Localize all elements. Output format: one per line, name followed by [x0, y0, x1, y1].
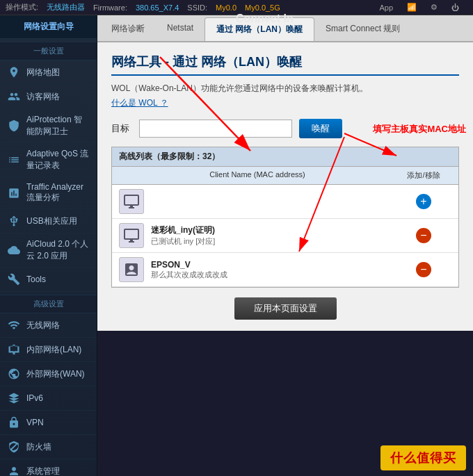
sidebar-item-adaptive-qos[interactable]: Adaptive QoS 流量记录表 [0, 143, 97, 177]
map-icon [7, 65, 21, 79]
tab-smart-connect[interactable]: Smart Connect 规则 [314, 17, 411, 41]
sidebar-item-firewall[interactable]: 防火墙 [0, 435, 97, 459]
sidebar-item-label: 外部网络(WAN) [26, 368, 85, 380]
general-section-header: 一般设置 [0, 42, 97, 60]
wakeup-button[interactable]: 唤醒 [299, 119, 342, 138]
sidebar-item-guest-network[interactable]: 访客网络 [0, 85, 97, 109]
device-name: 迷彩机_iny(证明) [151, 224, 396, 236]
wol-link[interactable]: 什么是 WOL ？ [111, 97, 168, 109]
sidebar-item-wireless[interactable]: 无线网络 [0, 313, 97, 338]
sidebar-item-label: 系统管理 [26, 466, 60, 477]
top-bar: 操作模式: 无线路由器 Firmware: 380.65_X7.4 SSID: … [0, 0, 473, 15]
app-label: App [379, 3, 393, 12]
table-row: 迷彩机_iny(证明) 已测试机 iny [对应] − [112, 219, 458, 253]
sidebar-item-label: USB相关应用 [26, 215, 77, 227]
sidebar-item-usb-apps[interactable]: USB相关应用 [0, 209, 97, 233]
sidebar-item-aicloud[interactable]: AiCloud 2.0 个人云 2.0 应用 [0, 233, 97, 268]
wifi-icon: 📶 [407, 3, 417, 12]
usb-icon [7, 214, 21, 228]
device-name: EPSON_V [151, 260, 396, 270]
tab-wol[interactable]: 通过 网络（LAN）唤醒 [205, 17, 314, 41]
table-header: 高线列表（最多限制：32） [112, 147, 458, 167]
vpn-icon [7, 416, 21, 429]
sidebar-item-label: 访客网络 [26, 91, 60, 103]
firmware-value: 380.65_X7.4 [136, 3, 179, 12]
firewall-icon [7, 440, 21, 454]
action-col: − [396, 228, 451, 243]
sidebar-item-label: AiCloud 2.0 个人云 2.0 应用 [26, 238, 90, 262]
admin-icon [7, 464, 21, 476]
tools-icon [7, 272, 21, 286]
remove-device-button[interactable]: − [416, 228, 431, 243]
wan-icon [7, 367, 21, 381]
target-row: 目标 唤醒 [111, 119, 459, 138]
device-icon [119, 223, 144, 248]
sidebar-item-label: 内部网络(LAN) [26, 344, 81, 356]
ipv6-icon [7, 391, 21, 405]
apply-button[interactable]: 应用本页面设置 [234, 297, 337, 320]
col-action: 添加/移除 [396, 170, 451, 181]
tab-netstat[interactable]: Netstat [156, 17, 205, 41]
sidebar-item-network-map[interactable]: 网络地图 [0, 60, 97, 85]
guest-icon [7, 90, 21, 104]
sidebar-item-label: 无线网络 [26, 320, 60, 331]
target-label: 目标 [111, 122, 132, 135]
device-icon [119, 189, 144, 214]
lan-icon [7, 343, 21, 356]
shield-icon [7, 119, 21, 133]
device-icon [119, 257, 144, 282]
cloud-icon [7, 243, 21, 257]
qos-icon [7, 153, 21, 167]
sidebar: 网络设置向导 一般设置 网络地图 访客网络 AiProtection 智能防网卫… [0, 15, 97, 476]
sidebar-item-lan[interactable]: 内部网络(LAN) [0, 338, 97, 362]
settings-icon[interactable]: ⚙ [431, 3, 438, 12]
sidebar-item-label: AiProtection 智能防网卫士 [26, 114, 90, 138]
table-row: EPSON_V 那么其次改成改成改成 − [112, 253, 458, 287]
device-info: 迷彩机_iny(证明) 已测试机 iny [对应] [151, 224, 396, 247]
table-col-header: Client Name (MAC address) 添加/移除 [112, 167, 458, 185]
sidebar-item-label: Traffic Analyzer 流量分析 [26, 182, 90, 204]
sidebar-item-label: VPN [26, 418, 44, 427]
sidebar-item-label: Tools [26, 274, 46, 284]
action-col: − [396, 262, 451, 277]
target-input[interactable] [139, 120, 292, 138]
ssid-label: SSID: [187, 3, 207, 12]
mode-label: 操作模式: [6, 2, 38, 13]
add-device-button[interactable]: + [416, 194, 431, 209]
device-mac: 那么其次改成改成改成 [151, 270, 396, 280]
sidebar-item-label: Adaptive QoS 流量记录表 [26, 148, 90, 172]
device-info: EPSON_V 那么其次改成改成改成 [151, 260, 396, 280]
sidebar-item-wan[interactable]: 外部网络(WAN) [0, 362, 97, 386]
wifi-icon [7, 318, 21, 332]
device-mac: 已测试机 iny [对应] [151, 236, 396, 247]
sidebar-item-vpn[interactable]: VPN [0, 411, 97, 435]
sidebar-item-system-settings[interactable]: 系统管理 [0, 459, 97, 476]
mode-value: 无线路由器 [47, 2, 85, 13]
apply-row: 应用本页面设置 [111, 297, 459, 320]
wol-description: WOL（Wake-On-LAN）功能允许您通过网络中的设备来唤醒计算机。 [111, 83, 459, 95]
watermark: 什么值得买 [380, 445, 466, 470]
firmware-label: Firmware: [93, 3, 127, 12]
wol-table: 高线列表（最多限制：32） Client Name (MAC address) … [111, 147, 459, 288]
tab-network-diag[interactable]: 网络诊断 [100, 17, 156, 41]
col-client-name: Client Name (MAC address) [119, 170, 396, 181]
sidebar-item-label: 网络地图 [26, 67, 60, 79]
advanced-section-header: 高级设置 [0, 295, 97, 313]
power-icon[interactable]: ⏻ [451, 3, 459, 12]
sidebar-item-tools[interactable]: Tools [0, 268, 97, 292]
sidebar-title: 网络设置向导 [0, 15, 97, 39]
sidebar-item-label: IPv6 [26, 393, 43, 403]
ssid-value2: My0.0_5G [245, 3, 280, 12]
sidebar-item-label: 防火墙 [26, 441, 51, 453]
chart-icon [7, 186, 21, 200]
remove-device-button[interactable]: − [416, 262, 431, 277]
sidebar-item-aiprotection[interactable]: AiProtection 智能防网卫士 [0, 109, 97, 143]
sidebar-item-traffic-analyzer[interactable]: Traffic Analyzer 流量分析 [0, 177, 97, 209]
ssid-value: My0.0 [216, 3, 236, 12]
page-title: 网络工具 - 通过 网络（LAN）唤醒 [111, 54, 459, 76]
tab-bar: 网络诊断 Netstat 通过 网络（LAN）唤醒 Smart Connect … [97, 15, 473, 42]
action-col: + [396, 194, 451, 209]
table-row: + [112, 185, 458, 219]
sidebar-item-ipv6[interactable]: IPv6 [0, 386, 97, 411]
